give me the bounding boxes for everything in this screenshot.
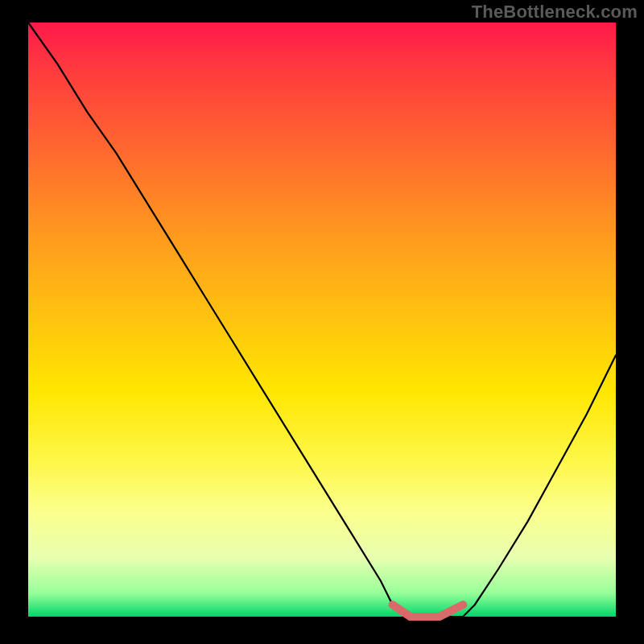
curve-layer (28, 23, 616, 617)
optimal-range-path (393, 605, 464, 617)
bottleneck-curve-path (28, 23, 616, 617)
plot-area (28, 23, 616, 617)
chart-frame: TheBottleneck.com (0, 0, 644, 644)
watermark-text: TheBottleneck.com (472, 2, 638, 23)
